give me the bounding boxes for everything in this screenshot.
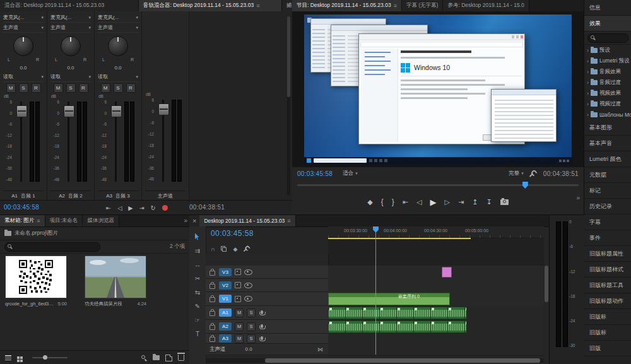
mute-button[interactable]: M xyxy=(235,322,244,331)
mute-button[interactable]: M xyxy=(235,308,244,317)
track-header-v2[interactable]: V2 xyxy=(206,279,328,292)
panel-tab[interactable]: 旧版标题动作 xyxy=(584,293,631,309)
voiceover-record-icon[interactable] xyxy=(261,336,263,340)
toggle-track-output-icon[interactable] xyxy=(244,296,252,302)
pan-value[interactable]: 0.0 xyxy=(98,65,138,71)
panel-tab[interactable]: Lumetri 颜色 xyxy=(584,151,631,167)
automation-mode-select[interactable]: 读取▾ xyxy=(98,72,138,82)
master-gain-value[interactable]: 0.0 xyxy=(245,346,252,352)
icon-view-icon[interactable] xyxy=(17,356,20,359)
solo-button[interactable]: S xyxy=(19,83,28,93)
disclosure-icon[interactable]: › xyxy=(587,101,589,107)
output-select[interactable]: 主声道▾ xyxy=(98,23,138,33)
panel-tab[interactable]: 字幕 xyxy=(584,214,631,230)
solo-button[interactable]: S xyxy=(247,334,256,343)
panel-tab[interactable]: 标记 xyxy=(584,183,631,199)
effects-tree-item[interactable]: › 音频效果 xyxy=(584,66,631,77)
pen-tool[interactable]: ✎ xyxy=(191,300,204,312)
voiceover-record-icon[interactable] xyxy=(261,324,263,328)
hand-tool[interactable]: ☞ xyxy=(191,314,204,326)
tab-reference[interactable]: 参考: Desktop 2019.11.14 - 15.0 xyxy=(443,0,529,11)
lock-icon[interactable] xyxy=(209,337,215,342)
record-button[interactable] xyxy=(162,205,168,211)
pan-knob[interactable] xyxy=(61,36,81,56)
panel-tab[interactable]: 基本声音 xyxy=(584,136,631,151)
effects-tree-item[interactable]: › 预设 xyxy=(584,45,631,56)
fader-handle[interactable] xyxy=(111,105,122,117)
snap-icon[interactable]: ∩ xyxy=(211,246,215,252)
pan-value[interactable]: 0.0 xyxy=(3,65,44,71)
mixer-timecode[interactable]: 00:03:45:58 xyxy=(4,204,39,211)
video-thumbnail[interactable] xyxy=(85,255,146,298)
step-back-icon[interactable]: ◁ xyxy=(117,204,122,211)
project-item-video[interactable]: 功夫经典搞笑片段4:24 xyxy=(85,255,146,307)
timeline-ruler[interactable]: 00:03:30:0000:04:00:0000:04:30:0000:05:0… xyxy=(328,226,544,238)
tab-program[interactable]: 节目: Desktop 2019.11.14 - 15.05.23.03≡ xyxy=(292,0,402,11)
panel-tab[interactable]: 旧版标题属性 xyxy=(584,246,631,262)
export-frame-icon[interactable] xyxy=(500,199,509,205)
track-target-a1[interactable]: A1 xyxy=(219,308,232,317)
effects-tree-item[interactable]: › Lumetri 预设 xyxy=(584,56,631,66)
find-icon[interactable] xyxy=(141,355,147,361)
record-arm-button[interactable]: R xyxy=(126,83,136,93)
tab-project[interactable]: 项目:未命名 xyxy=(45,215,83,226)
fader-handle[interactable] xyxy=(16,105,27,117)
track-target-a3[interactable]: A3 xyxy=(219,334,232,343)
panel-tab[interactable]: 旧版标 xyxy=(584,309,631,325)
panel-tab[interactable]: 元数据 xyxy=(584,167,631,183)
timeline-settings-icon[interactable] xyxy=(244,246,250,252)
new-item-icon[interactable] xyxy=(165,355,172,361)
effects-tree-item[interactable]: › Шаблоны Motion xyxy=(584,109,631,120)
razor-tool[interactable]: ✂ xyxy=(191,272,204,285)
input-select[interactable]: 麦克风(...▾ xyxy=(98,13,138,23)
goto-out-icon[interactable]: ⇥ xyxy=(139,204,144,211)
pan-knob[interactable] xyxy=(13,36,33,56)
input-select[interactable]: 麦克风(...▾ xyxy=(3,13,44,23)
input-select[interactable]: 麦克风(...▾ xyxy=(50,13,91,23)
disclosure-icon[interactable]: › xyxy=(587,69,589,75)
project-item-qrcode[interactable]: qrcode_for_gh_6ed343...5:00 xyxy=(5,255,67,307)
qrcode-thumbnail[interactable] xyxy=(5,255,67,298)
effects-tree-item[interactable]: › 视频效果 xyxy=(584,88,631,98)
effects-search-input[interactable] xyxy=(587,33,628,43)
panel-tab[interactable]: 历史记录 xyxy=(584,199,631,214)
panel-tab[interactable]: 旧版标 xyxy=(584,325,631,341)
panel-menu-icon[interactable]: ≡ xyxy=(394,3,397,9)
sync-lock-icon[interactable] xyxy=(235,282,241,288)
program-scrubber[interactable] xyxy=(297,182,579,189)
close-panel-icon[interactable]: × xyxy=(189,215,199,226)
solo-button[interactable]: S xyxy=(247,322,256,331)
mute-button[interactable]: M xyxy=(101,83,110,93)
tab-effects[interactable]: 效果 xyxy=(584,16,631,32)
panel-tab[interactable]: 旧版 xyxy=(584,341,631,356)
track-header-a2[interactable]: A2 M S xyxy=(206,320,328,334)
effects-tree-item[interactable]: › 视频过渡 xyxy=(584,98,631,109)
program-video-frame[interactable]: Windows 10 xyxy=(304,15,572,165)
panel-menu-icon[interactable]: ≡ xyxy=(37,218,40,224)
goto-out-icon[interactable]: ⇥ xyxy=(458,198,464,206)
slip-tool[interactable]: ⇆ xyxy=(191,286,204,298)
track-target-v3[interactable]: V3 xyxy=(219,268,232,276)
transport-overflow-icon[interactable]: » xyxy=(576,194,580,201)
type-tool[interactable]: T xyxy=(191,327,204,340)
record-arm-button[interactable]: R xyxy=(32,83,41,93)
output-select[interactable]: 主声道▾ xyxy=(3,23,44,33)
lock-icon[interactable] xyxy=(209,271,215,276)
new-bin-icon[interactable] xyxy=(153,355,160,360)
mark-in-icon[interactable]: { xyxy=(381,197,384,206)
panel-tab[interactable]: 旧版标题样式 xyxy=(584,262,631,278)
play-icon[interactable]: ▶ xyxy=(128,204,133,211)
tab-overflow-icon[interactable]: » xyxy=(184,217,187,224)
mute-button[interactable]: M xyxy=(235,334,244,343)
scrubber-playhead[interactable] xyxy=(522,182,528,189)
disclosure-icon[interactable]: › xyxy=(587,79,589,86)
automation-mode-select[interactable]: 读取▾ xyxy=(50,72,91,82)
record-arm-button[interactable]: R xyxy=(79,83,88,93)
tab-audio-track-mixer[interactable]: 音轨混合器: Desktop 2019.11.14 - 15.05.23.03≡ xyxy=(139,0,282,11)
selection-tool[interactable] xyxy=(191,230,204,243)
track-target-v1[interactable]: V1 xyxy=(219,295,232,303)
step-forward-icon[interactable]: ▷ xyxy=(445,198,450,206)
add-marker-icon[interactable]: ◆ xyxy=(367,198,372,206)
sync-lock-icon[interactable] xyxy=(235,269,241,275)
voiceover-record-icon[interactable] xyxy=(261,310,263,314)
